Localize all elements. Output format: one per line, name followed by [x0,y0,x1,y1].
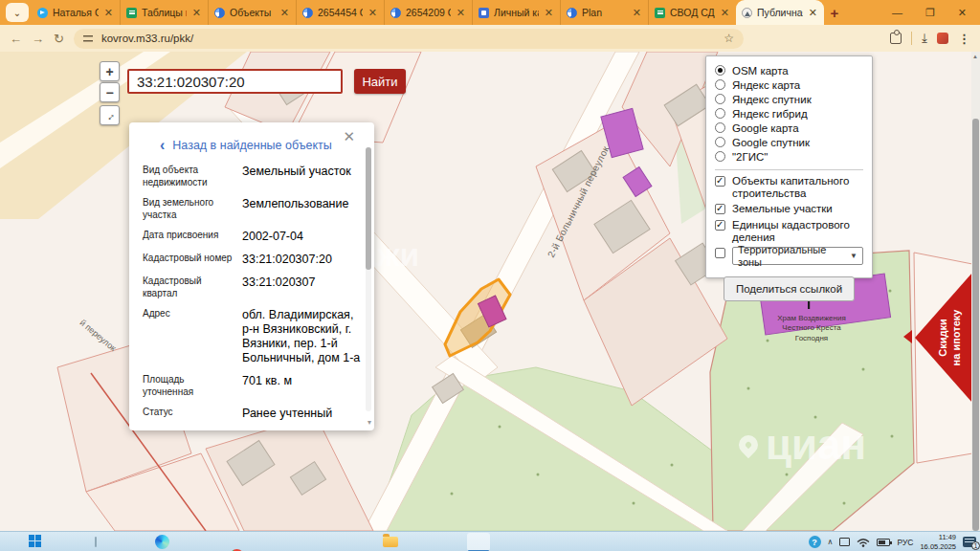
taskbar-divider [95,537,97,547]
close-tab-icon[interactable]: ✕ [720,7,730,19]
extensions-puzzle-icon[interactable] [890,33,902,44]
share-link-button[interactable]: Поделиться ссылкой [724,276,855,301]
base-layer-option[interactable]: "2ГИС" [715,149,863,164]
toolbar-divider [911,32,912,45]
overlay-option[interactable]: Объекты капитального строительства [715,175,863,200]
telegram-icon [37,8,48,18]
radio-icon[interactable] [715,108,725,119]
url-omnibox[interactable]: kovrov.m33.ru/pkk/ ☆ [74,29,744,49]
extension-badge-icon[interactable] [937,33,948,44]
window-controls: — ❐ ✕ [892,7,980,19]
tab-label: Таблицы по п [142,7,187,18]
close-tab-icon[interactable]: ✕ [103,7,114,19]
tab-plan[interactable]: Plan✕ [560,0,648,25]
tab-object-2654209[interactable]: 2654209 Объ✕ [384,0,472,25]
file-explorer-icon[interactable] [383,537,398,547]
minimize-button[interactable]: — [892,7,902,18]
battery-icon[interactable] [877,539,890,546]
edge-icon[interactable] [155,535,169,549]
overlay-option[interactable]: Единицы кадастрового деления [715,219,863,244]
pkk-icon [742,8,752,18]
back-to-results-link[interactable]: ‹ Назад в найденные объекты [160,138,361,153]
page-scrollbar-thumb[interactable] [972,119,979,531]
tab-telegram[interactable]: Наталья Сели✕ [32,0,120,25]
cadastral-map[interactable]: 2-й Больничный переулок й переулок Храм … [0,52,980,531]
checkbox-checked-icon[interactable] [715,220,725,231]
tab-public-cadastral-map[interactable]: Публичная ка✕ [736,0,824,25]
radio-selected-icon[interactable] [715,65,725,76]
close-tab-icon[interactable]: ✕ [191,7,202,19]
tray-expand-icon[interactable]: ∧ [828,538,834,546]
reload-button[interactable]: ↻ [54,32,64,46]
zones-option[interactable]: Территориальные зоны ▼ [715,247,863,265]
panel-scrollbar-thumb[interactable] [366,147,371,270]
tab-objects[interactable]: Объекты✕ [208,0,296,25]
close-window-button[interactable]: ✕ [958,7,967,19]
maximize-button[interactable]: ❐ [925,7,935,19]
url-text[interactable]: kovrov.m33.ru/pkk/ [101,33,717,44]
base-layer-option[interactable]: Яндекс спутник [715,92,863,106]
language-indicator[interactable]: РУС [897,538,913,547]
radio-icon[interactable] [715,79,725,90]
downloads-icon[interactable]: ⤓ [922,31,927,46]
close-tab-icon[interactable]: ✕ [808,7,818,19]
info-row: Кадастровый квартал33:21:020307 [143,276,361,299]
base-layer-option[interactable]: Google карта [715,121,863,135]
close-tab-icon[interactable]: ✕ [368,7,378,19]
radio-icon[interactable] [715,94,725,104]
zoom-out-button[interactable]: − [100,82,120,102]
close-tab-icon[interactable]: ✕ [456,7,466,19]
toolbar-right: ⤓ ⋮ [890,31,970,46]
close-tab-icon[interactable]: ✕ [279,7,290,19]
help-tray-icon[interactable]: ? [809,536,821,548]
base-layer-option[interactable]: OSM карта [715,63,863,77]
base-layer-option[interactable]: Яндекс гибрид [715,106,863,121]
tab-sheets[interactable]: Таблицы по п✕ [120,0,208,25]
tab-label: Объекты [230,7,275,18]
back-button[interactable]: ← [10,32,22,46]
browser-address-bar: ← → ↻ kovrov.m33.ru/pkk/ ☆ ⤓ ⋮ [0,25,980,52]
new-tab-button[interactable]: + [824,5,845,21]
checkbox-unchecked-icon[interactable] [715,248,725,258]
search-button[interactable]: Найти [354,69,406,94]
page-scrollbar[interactable]: ▲ [971,52,980,531]
tab-svod-sdi[interactable]: СВОД СДИ (1)✕ [648,0,736,25]
bookmark-star-icon[interactable]: ☆ [724,32,734,45]
search-input[interactable] [127,69,343,94]
tab-label: Публичная ка [757,7,803,18]
site-info-icon[interactable] [83,33,95,43]
search-bar: Найти [127,69,406,94]
close-tab-icon[interactable]: ✕ [632,7,642,19]
checkbox-checked-icon[interactable] [715,176,725,187]
start-button[interactable] [29,535,41,547]
checkbox-checked-icon[interactable] [715,204,725,214]
tab-search-button[interactable]: ⌄ [6,3,29,22]
close-icon[interactable]: ✕ [343,128,355,145]
date: 16.05.2025 [920,542,956,551]
radio-icon[interactable] [715,151,725,162]
overlay-option[interactable]: Земельные участки [715,203,863,215]
scroll-down-arrow-icon[interactable]: ▾ [368,418,371,427]
fullscreen-button[interactable]: ↔ [100,105,120,125]
territorial-zones-select[interactable]: Территориальные зоны ▼ [732,247,863,265]
clock[interactable]: 11:49 16.05.2025 [920,533,956,551]
zoom-in-button[interactable]: + [100,61,120,81]
tab-label: СВОД СДИ (1) [670,7,715,18]
base-layer-option[interactable]: Яндекс карта [715,77,863,92]
tab-personal-account[interactable]: Личный каби✕ [472,0,560,25]
close-tab-icon[interactable]: ✕ [544,7,554,19]
tab-label: Plan [582,7,627,18]
personal-account-icon [479,8,489,18]
browser-menu-icon[interactable]: ⋮ [958,32,970,46]
radio-icon[interactable] [715,137,725,147]
tab-label: Личный каби [494,7,539,18]
wifi-icon[interactable] [857,538,870,547]
window-tray-icon[interactable] [839,538,850,546]
panel-scrollbar[interactable] [366,147,371,411]
radio-icon[interactable] [715,122,725,133]
notification-center-icon[interactable]: 1 [963,537,976,547]
tab-object-2654454[interactable]: 2654454 Объ✕ [296,0,384,25]
forward-button[interactable]: → [32,32,44,46]
base-layer-option[interactable]: Google спутник [715,135,863,149]
scrollbar-up-icon[interactable]: ▲ [972,54,978,59]
